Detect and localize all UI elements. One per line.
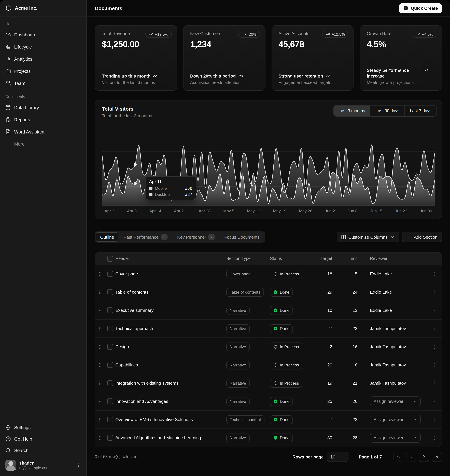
grip-vertical-icon[interactable] — [97, 308, 103, 313]
cell-limit[interactable]: 26 — [332, 399, 358, 404]
last-page-button[interactable] — [432, 452, 442, 462]
cell-target[interactable]: 7 — [310, 417, 332, 422]
cell-target[interactable]: 27 — [310, 326, 332, 331]
row-checkbox[interactable] — [107, 344, 113, 350]
table-row[interactable]: Capabilities Narrative In Process 20 8 J… — [95, 356, 442, 374]
table-row[interactable]: Design Narrative In Process 2 16 Jamik T… — [95, 337, 442, 356]
sidebar-item-data-library[interactable]: Data Library — [3, 102, 84, 113]
row-menu-icon[interactable] — [432, 435, 437, 441]
assign-reviewer-select[interactable]: Assign reviewer — [370, 415, 420, 424]
cell-header[interactable]: Overview of EMR's Innovative Solutions — [115, 417, 226, 422]
sidebar-item-get-help[interactable]: Get Help — [3, 434, 84, 444]
grip-vertical-icon[interactable] — [97, 344, 103, 349]
tab-past-performance[interactable]: Past Performance 3 — [119, 232, 172, 242]
previous-page-button[interactable] — [406, 452, 416, 462]
cell-limit[interactable]: 23 — [332, 417, 358, 422]
cell-limit[interactable]: 8 — [332, 362, 358, 367]
sidebar-item-word-assistant[interactable]: Word Assistant — [3, 126, 84, 137]
cell-limit[interactable]: 16 — [332, 344, 358, 349]
ellipsis-vertical-icon[interactable] — [76, 463, 81, 468]
range-last-30-days[interactable]: Last 30 days — [370, 105, 404, 116]
table-row[interactable]: Innovation and Advantages Narrative Done… — [95, 392, 442, 410]
tab-key-personnel[interactable]: Key Personnel 2 — [173, 232, 219, 242]
table-row[interactable]: Table of contents Table of contents Done… — [95, 283, 442, 301]
row-menu-icon[interactable] — [432, 417, 437, 422]
cell-header[interactable]: Innovation and Advantages — [115, 399, 226, 404]
tab-outline[interactable]: Outline — [96, 232, 118, 242]
row-checkbox[interactable] — [107, 380, 113, 386]
cell-limit[interactable]: 13 — [332, 308, 358, 313]
row-checkbox[interactable] — [107, 289, 113, 295]
grip-vertical-icon[interactable] — [97, 417, 103, 422]
grip-vertical-icon[interactable] — [97, 380, 103, 386]
next-page-button[interactable] — [419, 452, 429, 462]
cell-header[interactable]: Design — [115, 344, 226, 349]
row-checkbox[interactable] — [107, 417, 113, 422]
cell-header[interactable]: Technical approach — [115, 326, 226, 331]
grip-vertical-icon[interactable] — [97, 326, 103, 331]
cell-target[interactable]: 30 — [310, 435, 332, 440]
user-menu[interactable]: shadcn m@example.com — [3, 458, 84, 473]
row-checkbox[interactable] — [107, 326, 113, 331]
cell-header[interactable]: Integration with existing systems — [115, 381, 226, 386]
cell-header[interactable]: Executive summary — [115, 308, 226, 313]
cell-target[interactable]: 19 — [310, 381, 332, 386]
sidebar-item-search[interactable]: Search — [3, 445, 84, 456]
row-menu-icon[interactable] — [432, 362, 437, 368]
range-last-3-months[interactable]: Last 3 months — [333, 105, 370, 116]
table-row[interactable]: Integration with existing systems Narrat… — [95, 374, 442, 392]
cell-target[interactable]: 20 — [310, 362, 332, 367]
cell-header[interactable]: Cover page — [115, 271, 226, 276]
grip-vertical-icon[interactable] — [97, 289, 103, 295]
rows-per-page-select[interactable]: 10 — [327, 452, 349, 462]
cell-limit[interactable]: 23 — [332, 326, 358, 331]
customize-columns-button[interactable]: Customize Columns — [337, 232, 399, 242]
assign-reviewer-select[interactable]: Assign reviewer — [370, 433, 420, 443]
sidebar-brand[interactable]: Acme Inc. — [0, 0, 86, 17]
sidebar-item-more[interactable]: More — [3, 139, 84, 149]
area-chart[interactable]: Apr 11 Mobile 350 Desktop 327 — [102, 124, 435, 206]
grip-vertical-icon[interactable] — [97, 362, 103, 368]
row-checkbox[interactable] — [107, 362, 113, 368]
row-menu-icon[interactable] — [432, 271, 437, 277]
sidebar-item-lifecycle[interactable]: Lifecycle — [3, 41, 84, 52]
table-row[interactable]: Executive summary Narrative Done 10 13 E… — [95, 301, 442, 319]
row-menu-icon[interactable] — [432, 380, 437, 386]
grip-vertical-icon[interactable] — [97, 399, 103, 404]
cell-limit[interactable]: 21 — [332, 381, 358, 386]
table-row[interactable]: Technical approach Narrative Done 27 23 … — [95, 319, 442, 337]
cell-limit[interactable]: 5 — [332, 271, 358, 276]
row-menu-icon[interactable] — [432, 326, 437, 331]
row-menu-icon[interactable] — [432, 344, 437, 349]
row-checkbox[interactable] — [107, 308, 113, 313]
sidebar-item-analytics[interactable]: Analytics — [3, 54, 84, 64]
grip-vertical-icon[interactable] — [97, 435, 103, 441]
row-menu-icon[interactable] — [432, 289, 437, 295]
cell-target[interactable]: 25 — [310, 399, 332, 404]
cell-target[interactable]: 18 — [310, 271, 332, 276]
select-all-checkbox[interactable] — [107, 256, 113, 261]
sidebar-item-dashboard[interactable]: Dashboard — [3, 29, 84, 40]
cell-target[interactable]: 10 — [310, 308, 332, 313]
grip-vertical-icon[interactable] — [97, 271, 103, 277]
row-menu-icon[interactable] — [432, 399, 437, 404]
cell-target[interactable]: 2 — [310, 344, 332, 349]
cell-limit[interactable]: 24 — [332, 290, 358, 295]
assign-reviewer-select[interactable]: Assign reviewer — [370, 396, 420, 406]
cell-header[interactable]: Table of contents — [115, 290, 226, 295]
quick-create-button[interactable]: Quick Create — [399, 3, 442, 13]
row-checkbox[interactable] — [107, 271, 113, 277]
row-menu-icon[interactable] — [432, 308, 437, 313]
tab-focus-documents[interactable]: Focus Documents — [220, 232, 264, 242]
cell-limit[interactable]: 28 — [332, 435, 358, 440]
first-page-button[interactable] — [393, 452, 403, 462]
table-row[interactable]: Overview of EMR's Innovative Solutions T… — [95, 410, 442, 429]
table-row[interactable]: Cover page Cover page In Process 18 5 Ed… — [95, 265, 442, 283]
sidebar-item-projects[interactable]: Projects — [3, 66, 84, 76]
cell-header[interactable]: Advanced Algorithms and Machine Learning — [115, 435, 226, 440]
add-section-button[interactable]: Add Section — [402, 232, 442, 242]
range-last-7-days[interactable]: Last 7 days — [404, 105, 437, 116]
row-checkbox[interactable] — [107, 399, 113, 404]
cell-target[interactable]: 29 — [310, 290, 332, 295]
cell-header[interactable]: Capabilities — [115, 362, 226, 367]
